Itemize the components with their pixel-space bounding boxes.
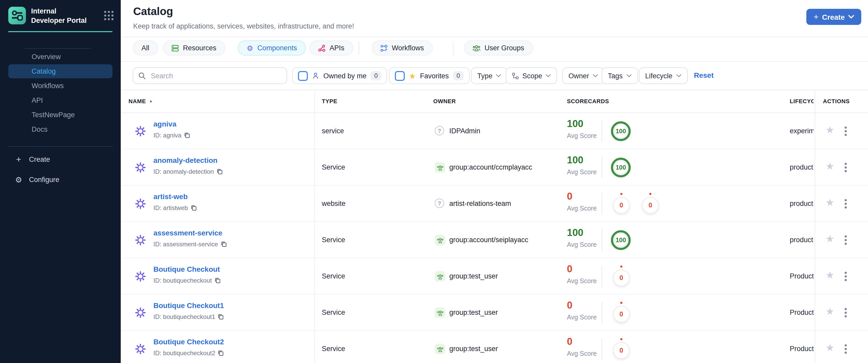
entity-name-link[interactable]: artist-web (153, 192, 188, 201)
sidebar-configure-button[interactable]: ⚙ Configure (0, 173, 121, 186)
entity-name-link[interactable]: Boutique Checkout2 (153, 338, 224, 346)
create-button[interactable]: + Create (806, 9, 861, 25)
copy-icon[interactable] (190, 205, 197, 211)
favorite-star-icon[interactable]: ★ (826, 161, 834, 171)
scorecard-badge: 0 (613, 270, 630, 286)
avg-score-value: 0 (567, 191, 572, 202)
tags-dropdown[interactable]: Tags (602, 67, 638, 84)
app-window: Internal Developer Portal Overview Catal… (0, 0, 868, 363)
entity-name-link[interactable]: anomaly-detection (153, 156, 217, 164)
score-divider (602, 193, 602, 215)
chevron-down-icon (593, 74, 598, 77)
chevron-down-icon (546, 74, 551, 77)
search-input[interactable] (150, 71, 281, 80)
tab-resources[interactable]: Resources (163, 40, 225, 56)
row-menu-icon[interactable] (844, 199, 847, 209)
copy-icon[interactable] (218, 314, 224, 320)
row-menu-icon[interactable] (844, 162, 847, 173)
scope-dropdown[interactable]: Scope (506, 67, 557, 84)
tab-components[interactable]: ⚙ Components (238, 40, 306, 56)
favorite-star-icon[interactable]: ★ (826, 234, 834, 244)
table-row: Boutique Checkout1 ID: boutiquecheckout1… (121, 295, 868, 331)
lifecycle-dropdown[interactable]: Lifecycle (639, 67, 687, 84)
favorite-star-icon[interactable]: ★ (826, 306, 834, 316)
type-dropdown[interactable]: Type (471, 67, 507, 84)
row-menu-icon[interactable] (844, 271, 847, 281)
entity-name-link[interactable]: assessment-service (153, 229, 222, 237)
avg-score-value: 100 (567, 154, 583, 166)
tab-user-groups[interactable]: User Groups (464, 40, 533, 56)
sidebar-item-workflows[interactable]: Workflows (8, 79, 113, 93)
tab-workflows[interactable]: Workflows (372, 40, 433, 56)
row-menu-icon[interactable] (844, 344, 847, 354)
entity-name-link[interactable]: Boutique Checkout (153, 265, 220, 273)
entity-owner: group:test_user (449, 345, 498, 353)
favorites-checkbox[interactable] (395, 71, 405, 81)
entity-id: ID: boutiquecheckout (153, 277, 212, 284)
apis-icon (318, 44, 326, 52)
tab-apis[interactable]: APIs (309, 40, 353, 56)
column-header-name[interactable]: NAME▲ (128, 98, 153, 104)
entity-owner: group:account/seiplayacc (449, 236, 528, 244)
tab-all[interactable]: All (133, 40, 158, 56)
copy-icon[interactable] (184, 132, 190, 139)
favorite-star-icon[interactable]: ★ (826, 343, 834, 353)
app-grid-icon[interactable] (104, 7, 114, 20)
resources-icon (172, 44, 179, 52)
sidebar-item-overview[interactable]: Overview (8, 50, 113, 64)
search-box (133, 67, 287, 84)
entity-type: service (322, 127, 344, 135)
copy-icon[interactable] (220, 241, 227, 247)
sidebar-nav: Overview Catalog Workflows API TestNewPa… (0, 50, 121, 137)
row-menu-icon[interactable] (844, 126, 847, 136)
owned-by-me-checkbox[interactable] (298, 71, 308, 81)
filters-bar: Owned by me 0 ★ Favorites 0 Type Scope O… (121, 67, 868, 84)
table-row: artist-web ID: artistweb website ? artis… (121, 186, 868, 222)
scorecard-badge: 100 (611, 121, 631, 141)
owner-dropdown[interactable]: Owner (562, 67, 604, 84)
column-header-type: TYPE (322, 98, 337, 104)
copy-icon[interactable] (215, 277, 221, 284)
scorecard-badge: 0 (642, 197, 659, 214)
entity-lifecycle: production (790, 163, 814, 171)
entity-type: website (322, 200, 346, 207)
avg-score-caption: Avg Score (567, 132, 597, 140)
score-divider (602, 229, 602, 251)
component-gear-icon (135, 198, 146, 210)
component-gear-icon (135, 234, 146, 246)
entity-name-link[interactable]: agniva (153, 120, 177, 128)
entity-name-link[interactable]: Boutique Checkout1 (153, 301, 224, 310)
score-divider (602, 157, 602, 178)
page-title: Catalog (133, 5, 173, 18)
favorite-star-icon[interactable]: ★ (826, 198, 834, 207)
search-icon (138, 72, 146, 79)
column-header-scorecards: SCORECARDS (567, 98, 609, 104)
chevron-down-icon (496, 74, 501, 77)
avg-score-caption: Avg Score (567, 205, 597, 212)
catalog-table: NAME▲ TYPE OWNER SCORECARDS LIFECYCLE AC… (121, 90, 868, 363)
sidebar-item-testnewpage[interactable]: TestNewPage (8, 108, 113, 122)
brand-title: Internal Developer Portal (31, 7, 91, 25)
favorites-filter[interactable]: ★ Favorites 0 (389, 67, 469, 84)
sidebar-item-docs[interactable]: Docs (8, 122, 113, 137)
star-icon: ★ (409, 72, 416, 80)
scorecard-badge: 0 (613, 197, 630, 214)
nav-divider (25, 48, 91, 49)
row-menu-icon[interactable] (844, 307, 847, 317)
favorites-count: 0 (453, 71, 464, 80)
copy-icon[interactable] (216, 169, 223, 175)
plus-icon: + (14, 155, 23, 163)
sidebar-item-api[interactable]: API (8, 93, 113, 107)
avg-score-value: 100 (567, 118, 583, 130)
sidebar-create-button[interactable]: + Create (0, 152, 121, 166)
favorite-star-icon[interactable]: ★ (826, 125, 834, 135)
copy-icon[interactable] (218, 350, 224, 356)
entity-type: Service (322, 308, 345, 316)
sidebar-item-catalog[interactable]: Catalog (8, 64, 113, 78)
favorite-star-icon[interactable]: ★ (826, 270, 834, 280)
header-divider (121, 37, 868, 37)
reset-filters-link[interactable]: Reset (694, 71, 714, 79)
row-menu-icon[interactable] (844, 235, 847, 245)
owned-by-me-filter[interactable]: Owned by me 0 (292, 67, 387, 84)
table-row: Boutique Checkout2 ID: boutiquecheckout2… (121, 331, 868, 363)
